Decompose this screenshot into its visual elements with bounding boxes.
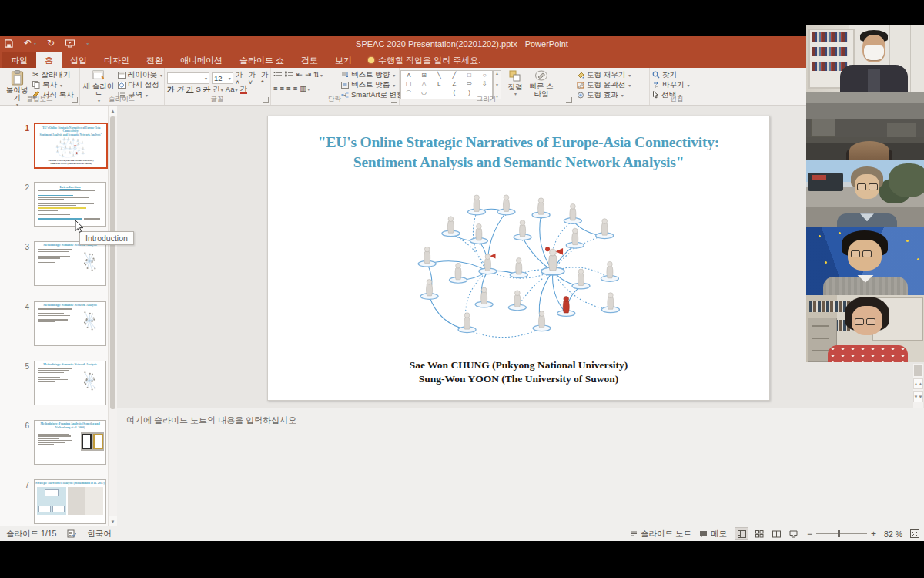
tell-me-box[interactable]: 수행할 작업을 알려 주세요. [368, 52, 480, 68]
scrollbar-thumb[interactable] [914, 365, 922, 376]
font-name-box[interactable]: ▾ [167, 72, 209, 84]
layout-button[interactable]: 레이아웃▾ [118, 70, 162, 79]
video-feed-3[interactable] [806, 160, 924, 227]
bullets-icon[interactable] [273, 71, 283, 79]
thumbnail-scrollbar[interactable]: ▲ ▼ [108, 106, 117, 526]
shrink-font-button[interactable]: 가˅ [248, 71, 259, 86]
numbering-icon[interactable] [285, 71, 294, 79]
find-button[interactable]: 찾기 [652, 70, 690, 79]
slide-title[interactable]: "EU's Online Strategic Narratives of Eur… [283, 133, 754, 172]
next-slide-button[interactable]: ▼▼ [913, 391, 923, 402]
shape-glyph-6[interactable]: ▢ [406, 80, 412, 87]
slide-authors[interactable]: Sae Won CHUNG (Pukyong National Universi… [268, 358, 769, 386]
slide-canvas: "EU's Online Strategic Narratives of Eur… [117, 106, 924, 408]
video-feed-5[interactable] [806, 295, 924, 362]
shape-glyph-9[interactable]: Z [452, 80, 456, 87]
line-spacing-icon[interactable]: ⇅▾ [313, 71, 323, 79]
thumbnail-scrollbar-thumb[interactable] [110, 116, 116, 409]
drawing-dialog-launcher[interactable] [566, 97, 572, 103]
char-spacing-button[interactable]: 간▾ [213, 86, 223, 93]
shape-glyph-4[interactable]: □ [467, 72, 471, 79]
video-feed-1[interactable] [806, 25, 924, 92]
bold-button[interactable]: 가 [167, 86, 175, 93]
replace-button[interactable]: 바꾸기▾ [652, 80, 690, 89]
slide-sorter-view-button[interactable] [753, 528, 765, 539]
slide-thumbnail-3[interactable]: Methodology: Semantic Network Analysis [34, 241, 106, 286]
slide-thumbnail-6[interactable]: Methodology: Framing Analysis (Semetko a… [34, 420, 106, 465]
slide-thumbnail-4[interactable]: Methodology: Semantic Network Analysis [34, 301, 106, 346]
slide-thumbnail-7[interactable]: Strategic Narratives Analysis (Miskimmon… [34, 479, 106, 524]
align-center-icon[interactable]: ≡ [280, 85, 285, 92]
clear-formatting-button[interactable]: 가* [261, 71, 270, 86]
canvas-scrollbar[interactable]: ▲▲ ▼▼ [913, 364, 923, 410]
reset-button[interactable]: 다시 설정 [118, 80, 162, 89]
video-feed-4[interactable] [806, 227, 924, 294]
tab-파일[interactable]: 파일 [2, 52, 36, 68]
tab-삽입[interactable]: 삽입 [62, 52, 95, 68]
clipboard-dialog-launcher[interactable] [72, 97, 78, 103]
tab-애니메이션[interactable]: 애니메이션 [172, 52, 231, 68]
zoom-slider-handle[interactable] [838, 530, 840, 537]
tab-홈[interactable]: 홈 [36, 52, 62, 68]
font-color-button[interactable]: 가 [240, 85, 248, 94]
underline-button[interactable]: 가 [186, 86, 194, 93]
slide-thumbnail-5[interactable]: Methodology: Semantic Network Analysis [34, 361, 106, 405]
decrease-indent-icon[interactable]: ⇤ [296, 71, 303, 79]
normal-view-button[interactable] [735, 527, 748, 540]
video-feed-2[interactable] [806, 92, 924, 160]
tab-디자인[interactable]: 디자인 [95, 52, 138, 68]
shape-glyph-2[interactable]: ╲ [437, 72, 441, 79]
shape-glyph-11[interactable]: ⇩ [482, 80, 487, 87]
fit-to-window-icon[interactable] [910, 529, 919, 538]
tab-보기[interactable]: 보기 [326, 52, 360, 68]
copy-button[interactable]: 복사▾ [32, 80, 74, 89]
shape-glyph-8[interactable]: L [437, 80, 440, 87]
cut-button[interactable]: ✂잘라내기 [32, 70, 74, 79]
shape-glyph-5[interactable]: ○ [483, 72, 487, 79]
shape-glyph-0[interactable]: A [407, 72, 410, 79]
shape-glyph-1[interactable]: ⊞ [421, 72, 427, 79]
shape-glyph-3[interactable]: ╱ [452, 72, 456, 79]
notes-toggle-button[interactable]: 슬라이드 노트 [630, 529, 691, 539]
align-left-icon[interactable]: ≡ [273, 85, 278, 92]
shape-glyph-10[interactable]: ⇨ [467, 80, 472, 87]
font-size-box[interactable]: 12▾ [212, 72, 233, 84]
slide-editing-area[interactable]: "EU's Online Strategic Narratives of Eur… [267, 116, 770, 401]
zoom-percent[interactable]: 82 % [884, 529, 902, 539]
slideshow-view-button[interactable] [787, 528, 799, 539]
change-case-button[interactable]: Aa▾ [226, 86, 238, 93]
shape-glyph-7[interactable]: △ [421, 80, 426, 87]
paragraph-dialog-launcher[interactable] [391, 97, 397, 103]
reading-view-button[interactable] [770, 528, 782, 539]
previous-slide-button[interactable]: ▲▲ [913, 378, 923, 389]
notes-pane[interactable]: 여기에 슬라이드 노트의 내용을 입력하십시오 [117, 408, 924, 526]
italic-button[interactable]: 가 [176, 86, 185, 93]
font-dialog-launcher[interactable] [263, 97, 269, 103]
tab-전환[interactable]: 전환 [138, 52, 172, 68]
text-shadow-button[interactable]: S [196, 86, 201, 93]
network-diagram-image[interactable] [383, 187, 665, 351]
arrange-button[interactable]: 정렬 ▾ [504, 70, 527, 96]
shape-outline-button[interactable]: 도형 윤곽선▾ [577, 80, 631, 89]
tab-슬라이드 쇼[interactable]: 슬라이드 쇼 [231, 52, 293, 68]
thumbnail-scroll-up-icon[interactable]: ▲ [109, 106, 117, 116]
tab-검토[interactable]: 검토 [293, 52, 326, 68]
shape-fill-button[interactable]: 도형 채우기▾ [577, 70, 631, 79]
thumbnail-number-5: 5 [17, 362, 29, 371]
zoom-out-button[interactable]: − [807, 529, 812, 539]
quick-styles-button[interactable]: 빠른 스타일 [528, 70, 554, 98]
zoom-slider[interactable] [816, 533, 867, 534]
slide-thumbnail-2[interactable]: Introduction [34, 182, 106, 227]
zoom-in-button[interactable]: + [871, 529, 876, 539]
comments-button[interactable]: 메모 [699, 529, 727, 539]
language-indicator[interactable]: 한국어 [87, 529, 112, 539]
justify-icon[interactable]: ≡ [293, 85, 298, 92]
columns-icon[interactable]: ▥▾ [300, 85, 310, 92]
strikethrough-button[interactable]: 가 [203, 86, 211, 93]
shape-effects-button[interactable]: 도형 효과▾ [577, 90, 631, 99]
slide-thumbnail-1[interactable]: "EU's Online Strategic Narratives of Eur… [34, 123, 108, 169]
align-right-icon[interactable]: ≡ [286, 85, 291, 92]
proofing-icon[interactable] [67, 529, 76, 538]
increase-indent-icon[interactable]: ⇥ [305, 71, 311, 79]
window-title: SPEAC 2020 Presentation(20201202).pptx -… [0, 39, 924, 49]
